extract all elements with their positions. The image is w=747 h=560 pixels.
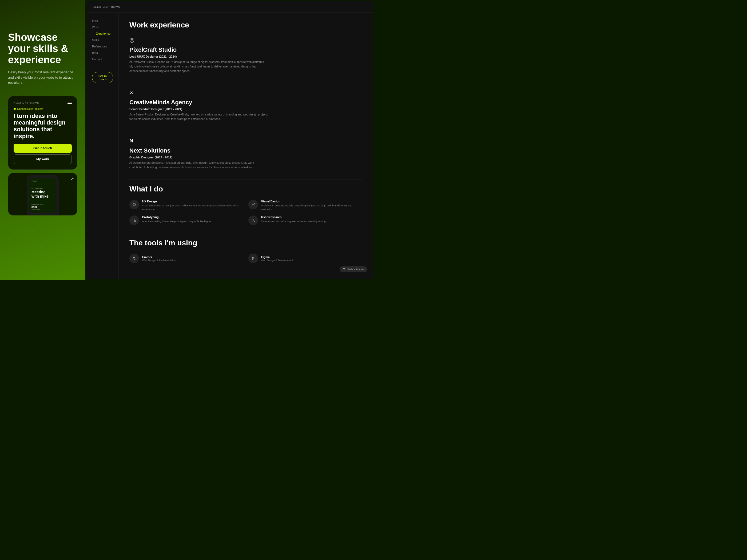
prototyping-name: Prototyping [142, 215, 212, 219]
svg-point-7 [252, 219, 254, 221]
svg-rect-3 [133, 219, 134, 220]
phone-screen-inner: 21:41 In 10 minutes Meeting with mike Me… [29, 178, 56, 213]
skills-grid: UX Design From wireframes to user journe… [129, 200, 363, 225]
work-entry-creativeminds: ∞ CreativeMinds Agency Senior Product De… [129, 88, 363, 121]
user-research-name: User Research [261, 215, 327, 219]
phone-time: 21:41 [31, 180, 54, 182]
svg-rect-9 [252, 257, 253, 258]
left-panel: Showcase your skills & experience Easily… [0, 0, 85, 280]
phone-meet-sub: Meet with max [31, 204, 54, 206]
visual-design-desc: Proficient in creating visually compelli… [261, 204, 363, 211]
mobile-get-in-touch-button[interactable]: Get in touch [14, 144, 72, 153]
tools-title: The tools I'm using [129, 239, 363, 247]
ux-design-desc: From wireframes to user journeys I utili… [142, 204, 244, 211]
tool-figma: Figma Web Design & Development [248, 254, 363, 263]
svg-line-8 [254, 221, 255, 222]
user-research-icon [248, 215, 258, 225]
pixelcraft-role: Lead UI/UX Designer (2021 - 2024) [129, 55, 363, 58]
framer-type: Web Design & Implementation [142, 259, 176, 262]
visual-design-name: Visual Design [261, 200, 363, 203]
sidebar-item-blog[interactable]: Blog [92, 51, 113, 54]
creativeminds-role: Senior Product Designer (2019 - 2021) [129, 107, 363, 111]
mobile-mockup-wrapper: ALEX MATTHEWS Open to New Projects I tur… [8, 96, 77, 215]
mobile-card: ALEX MATTHEWS Open to New Projects I tur… [8, 96, 77, 169]
creativeminds-desc: As a Senior Product Designer at Creative… [129, 112, 268, 121]
svg-rect-10 [253, 257, 254, 258]
framer-icon [129, 254, 139, 263]
divider-4 [129, 233, 363, 233]
open-dot [14, 108, 16, 110]
work-entry-nextsolutions: N Next Solutions Graphic Designer (2017 … [129, 136, 363, 169]
work-experience-title: Work experience [129, 21, 363, 29]
figma-name: Figma [261, 256, 293, 259]
tool-framer: Framer Web Design & Implementation [129, 254, 244, 263]
sidebar-item-references[interactable]: References [92, 45, 113, 48]
hero-heading: Showcase your skills & experience [8, 32, 77, 65]
user-research-desc: Experienced in conducting user research,… [261, 219, 327, 223]
sidebar-item-experience[interactable]: Experience [92, 32, 113, 35]
skill-user-research: User Research Experienced in conducting … [248, 215, 363, 225]
figma-type: Web Design & Development [261, 259, 293, 262]
ux-design-name: UX Design [142, 200, 244, 203]
svg-rect-11 [252, 258, 253, 259]
phone-workshop: Workshop [31, 209, 54, 210]
mobile-my-work-button[interactable]: My work [14, 154, 72, 164]
svg-rect-4 [134, 220, 135, 221]
divider-2 [129, 131, 363, 131]
nextsolutions-desc: At DesignSphere Solutions, I focused on … [129, 161, 268, 169]
open-text: Open to New Projects [17, 107, 43, 110]
skill-prototyping: Prototyping Adept at creating interactiv… [129, 215, 244, 225]
divider-3 [129, 179, 363, 180]
open-badge: Open to New Projects [14, 107, 72, 110]
mobile-hero-text: I turn ideas into meaningful design solu… [14, 112, 72, 139]
phone-label: In 10 minutes [31, 188, 54, 190]
pixelcraft-desc: At PixelCraft Studio, I led the UI/UX de… [129, 60, 268, 73]
main-content: Work experience ◎ PixelCraft Studio Lead… [119, 13, 374, 279]
portfolio-name: ALEX MATTHEWS [93, 6, 120, 8]
pixelcraft-logo: ◎ [129, 36, 138, 44]
mobile-card-header: ALEX MATTHEWS [14, 102, 72, 104]
phone-time-bottom: 8:00 [31, 206, 54, 209]
svg-rect-13 [252, 259, 253, 260]
right-panel: ALEX MATTHEWS Intro Work Experience Skil… [87, 1, 374, 279]
skill-ux-design: UX Design From wireframes to user journe… [129, 200, 244, 211]
framer-name: Framer [142, 256, 176, 259]
ux-design-icon [129, 200, 139, 209]
nextsolutions-role: Graphic Designer (2017 - 2019) [129, 156, 363, 159]
work-entry-pixelcraft: ◎ PixelCraft Studio Lead UI/UX Designer … [129, 36, 363, 73]
sidebar-item-intro[interactable]: Intro [92, 19, 113, 22]
phone-card: ↗ 21:41 In 10 minutes Meeting with mike [8, 173, 77, 215]
sidebar-get-in-touch-button[interactable]: Get in touch [92, 72, 113, 83]
phone-screen: 21:41 In 10 minutes Meeting with mike Me… [27, 175, 59, 215]
tools-grid: Framer Web Design & Implementation [129, 254, 363, 263]
svg-point-12 [253, 258, 254, 259]
sidebar-item-skills[interactable]: Skills [92, 38, 113, 42]
pixelcraft-name: PixelCraft Studio [129, 46, 363, 53]
portfolio-header: ALEX MATTHEWS [87, 1, 374, 13]
sidebar-nav: Intro Work Experience Skills References … [87, 13, 119, 279]
sidebar-item-work[interactable]: Work [92, 26, 113, 29]
creativeminds-logo: ∞ [129, 88, 138, 97]
arrow-icon: ↗ [71, 176, 74, 181]
framer-badge-icon [343, 268, 345, 271]
hamburger-icon[interactable] [68, 102, 72, 104]
prototyping-desc: Adept at creating interactive prototypes… [142, 219, 212, 223]
prototyping-icon [129, 215, 139, 225]
visual-design-icon [248, 200, 258, 209]
hero-sub: Easily keep your most relevant experienc… [8, 70, 77, 85]
portfolio-layout: Intro Work Experience Skills References … [87, 13, 374, 279]
creativeminds-name: CreativeMinds Agency [129, 99, 363, 106]
what-i-do-title: What I do [129, 185, 363, 193]
phone-meeting-line1: Meeting with mike [31, 190, 54, 198]
mobile-card-name: ALEX MATTHEWS [14, 102, 39, 104]
framer-badge-text: Made in Framer [347, 268, 364, 271]
nextsolutions-name: Next Solutions [129, 147, 363, 154]
divider-1 [129, 83, 363, 83]
framer-badge: Made in Framer [340, 266, 367, 272]
skill-visual-design: Visual Design Proficient in creating vis… [248, 200, 363, 211]
nextsolutions-logo: N [129, 136, 138, 145]
figma-icon [248, 254, 258, 263]
sidebar-item-contact[interactable]: Contact [92, 58, 113, 61]
